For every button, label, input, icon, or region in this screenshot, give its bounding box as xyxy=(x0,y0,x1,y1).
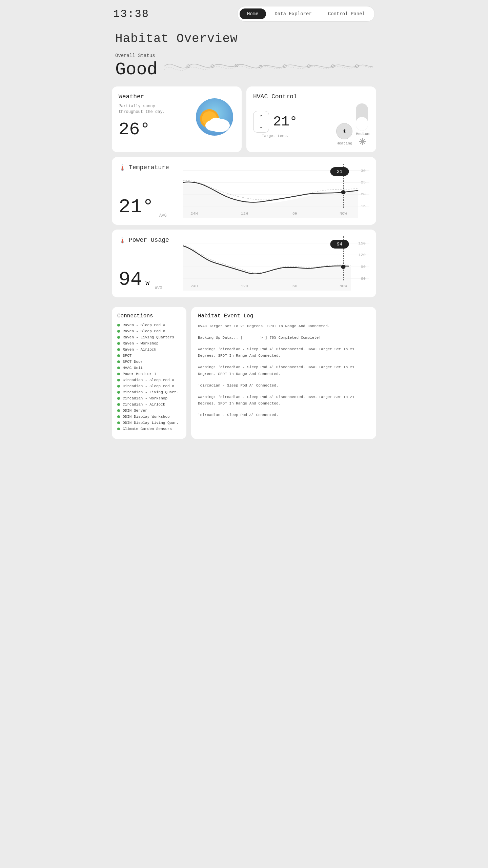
svg-text:6H: 6H xyxy=(292,284,298,288)
svg-text:NOW: NOW xyxy=(340,211,347,215)
target-label: Target temp. xyxy=(253,134,298,138)
snowflake-icon xyxy=(359,137,367,145)
nav-home[interactable]: Home xyxy=(240,8,266,19)
connection-item: Raven - Sleep Pod B xyxy=(117,329,181,333)
connection-item: Circadian - Sleep Pod A xyxy=(117,378,181,382)
connection-dot xyxy=(117,428,120,430)
hvac-slider-group: Medium xyxy=(356,103,369,145)
status-section: Overall Status Good xyxy=(105,49,383,86)
power-title: Power Usage xyxy=(129,237,169,243)
event-log-card: Habitat Event Log HVAC Target Set To 21 … xyxy=(191,307,376,439)
temp-down-button[interactable]: ⌄ xyxy=(257,122,265,130)
temp-control: ⌃ ⌄ xyxy=(253,111,269,133)
weather-icon xyxy=(191,97,238,141)
connection-dot xyxy=(117,330,120,333)
event-group: Warning: 'circadian - Sleep Pod A' Disco… xyxy=(198,364,369,378)
connection-dot xyxy=(117,379,120,381)
temperature-chart: 21 24H 12H 6H NOW 30 25 20 15 xyxy=(183,164,369,218)
connection-item: SPOT xyxy=(117,354,181,358)
event-group: Backing Up Data... [========> ] 70% Comp… xyxy=(198,335,369,341)
connection-item: Raven - Workshop xyxy=(117,341,181,346)
svg-text:12H: 12H xyxy=(241,284,248,288)
connection-item: Power Monitor 1 xyxy=(117,372,181,376)
temperature-value: 21° xyxy=(119,196,154,218)
hvac-card: HVAC Control ⌃ ⌄ 21° Target temp. ☀️ He xyxy=(246,86,376,152)
bottom-row: Connections Raven - Sleep Pod ARaven - S… xyxy=(105,307,383,446)
svg-text:24H: 24H xyxy=(190,211,198,215)
temperature-avg: AVG xyxy=(159,213,167,218)
connection-dot xyxy=(117,373,120,375)
weather-description: Partially sunny throughout the day. xyxy=(119,103,173,115)
connection-item: Raven - Living Quarters xyxy=(117,335,181,339)
hvac-body: ⌃ ⌄ 21° Target temp. ☀️ Heating xyxy=(253,103,369,145)
connection-dot xyxy=(117,367,120,369)
temperature-card: 🌡️ Temperature 21° AVG xyxy=(112,157,376,225)
hvac-title: HVAC Control xyxy=(253,93,369,100)
power-value-row: 94 w AVG xyxy=(119,269,180,291)
connection-dot xyxy=(117,391,120,394)
nav-data-explorer[interactable]: Data Explorer xyxy=(267,8,319,19)
svg-text:12H: 12H xyxy=(241,211,248,215)
svg-text:NOW: NOW xyxy=(340,284,347,288)
connection-dot xyxy=(117,403,120,406)
hvac-modes: ☀️ Heating Medium xyxy=(336,103,369,145)
target-temp: 21° xyxy=(273,114,298,130)
page-title: Habitat Overview xyxy=(105,25,383,49)
event-group: Warning: 'circadian - Sleep Pod A' Disco… xyxy=(198,346,369,360)
connection-dot xyxy=(117,409,120,412)
event-log-title: Habitat Event Log xyxy=(198,313,369,319)
medium-label: Medium xyxy=(356,132,369,136)
connection-item: Circadian - Workshop xyxy=(117,396,181,400)
power-title-row: 🌡️ Power Usage xyxy=(119,236,180,244)
temperature-value-row: 21° AVG xyxy=(119,196,180,218)
nav-control-panel[interactable]: Control Panel xyxy=(321,8,372,19)
svg-text:15: 15 xyxy=(361,204,366,208)
temperature-title-row: 🌡️ Temperature xyxy=(119,164,180,171)
connection-item: Raven - Airlock xyxy=(117,348,181,352)
connection-dot xyxy=(117,421,120,424)
connection-dot xyxy=(117,336,120,339)
svg-text:94: 94 xyxy=(337,242,342,247)
temp-up-button[interactable]: ⌃ xyxy=(257,113,265,121)
event-log-content: HVAC Target Set To 21 Degrees. SPOT In R… xyxy=(198,323,369,419)
connection-dot xyxy=(117,385,120,388)
top-bar: 13:38 Home Data Explorer Control Panel xyxy=(105,0,383,25)
connections-list: Raven - Sleep Pod ARaven - Sleep Pod BRa… xyxy=(117,323,181,431)
connection-dot xyxy=(117,397,120,400)
connections-title: Connections xyxy=(117,313,181,319)
connection-dot xyxy=(117,360,120,363)
status-text: Overall Status Good xyxy=(115,53,158,80)
svg-point-40 xyxy=(341,265,345,269)
metric-section: 🌡️ Temperature 21° AVG xyxy=(105,157,383,307)
svg-text:21: 21 xyxy=(337,170,342,174)
heating-mode-btn[interactable]: ☀️ Heating xyxy=(336,123,352,145)
connection-item: Circadian - Sleep Pod B xyxy=(117,384,181,388)
connection-item: ODIN Display Living Quar. xyxy=(117,421,181,425)
connection-dot xyxy=(117,324,120,327)
svg-text:25: 25 xyxy=(361,180,366,184)
svg-text:24H: 24H xyxy=(190,284,198,288)
svg-point-14 xyxy=(218,120,228,128)
svg-text:20: 20 xyxy=(361,192,366,196)
hvac-slider[interactable] xyxy=(356,103,368,131)
connection-dot xyxy=(117,348,120,351)
connection-item: ODIN Server xyxy=(117,409,181,413)
power-unit: w xyxy=(145,279,149,287)
heating-icon[interactable]: ☀️ xyxy=(336,123,352,139)
target-temp-display: 21° xyxy=(273,114,298,130)
event-group: 'circadian - Sleep Pod A' Connected. xyxy=(198,412,369,419)
event-group: HVAC Target Set To 21 Degrees. SPOT In R… xyxy=(198,323,369,330)
hvac-temp-section: ⌃ ⌄ 21° Target temp. xyxy=(253,111,298,138)
svg-text:90: 90 xyxy=(361,264,366,269)
event-group: Warning: 'circadian - Sleep Pod A' Disco… xyxy=(198,394,369,408)
connection-item: Raven - Sleep Pod A xyxy=(117,323,181,327)
wave-chart xyxy=(164,53,373,80)
status-value: Good xyxy=(115,60,158,80)
hvac-slider-fill xyxy=(356,117,368,131)
svg-text:120: 120 xyxy=(358,253,366,257)
connection-item: HVAC Unit xyxy=(117,366,181,370)
svg-text:6H: 6H xyxy=(292,211,298,215)
connection-item: Circadian - Airlock xyxy=(117,402,181,407)
svg-text:30: 30 xyxy=(361,169,366,173)
svg-text:60: 60 xyxy=(361,276,366,280)
